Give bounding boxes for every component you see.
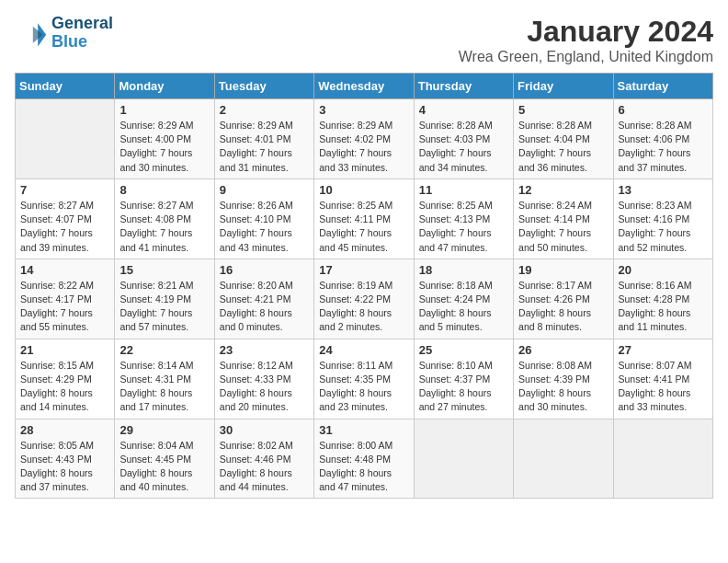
calendar-week-2: 7Sunrise: 8:27 AMSunset: 4:07 PMDaylight… xyxy=(16,178,713,259)
day-detail: Sunrise: 8:07 AMSunset: 4:41 PMDaylight:… xyxy=(619,359,708,415)
calendar-week-3: 14Sunrise: 8:22 AMSunset: 4:17 PMDayligh… xyxy=(16,259,713,339)
day-number: 14 xyxy=(20,263,109,277)
day-detail: Sunrise: 8:08 AMSunset: 4:39 PMDaylight:… xyxy=(518,359,608,415)
day-detail: Sunrise: 8:29 AMSunset: 4:00 PMDaylight:… xyxy=(119,119,209,175)
day-detail: Sunrise: 8:16 AMSunset: 4:28 PMDaylight:… xyxy=(619,279,708,335)
calendar-cell: 2Sunrise: 8:29 AMSunset: 4:01 PMDaylight… xyxy=(214,99,313,179)
calendar-cell: 15Sunrise: 8:21 AMSunset: 4:19 PMDayligh… xyxy=(115,259,214,339)
day-detail: Sunrise: 8:04 AMSunset: 4:45 PMDaylight:… xyxy=(119,439,209,495)
calendar-cell: 4Sunrise: 8:28 AMSunset: 4:03 PMDaylight… xyxy=(414,99,513,179)
day-detail: Sunrise: 8:28 AMSunset: 4:06 PMDaylight:… xyxy=(619,119,708,175)
logo-text: General Blue xyxy=(51,15,113,52)
day-number: 2 xyxy=(220,103,309,117)
day-number: 18 xyxy=(419,263,508,277)
calendar-cell: 14Sunrise: 8:22 AMSunset: 4:17 PMDayligh… xyxy=(16,259,115,339)
day-detail: Sunrise: 8:28 AMSunset: 4:04 PMDaylight:… xyxy=(518,119,608,175)
day-detail: Sunrise: 8:25 AMSunset: 4:13 PMDaylight:… xyxy=(419,199,508,255)
day-number: 29 xyxy=(119,423,209,437)
day-detail: Sunrise: 8:20 AMSunset: 4:21 PMDaylight:… xyxy=(220,279,309,335)
calendar-cell: 26Sunrise: 8:08 AMSunset: 4:39 PMDayligh… xyxy=(514,339,613,419)
day-number: 4 xyxy=(419,103,508,117)
day-number: 21 xyxy=(20,343,109,357)
weekday-tuesday: Tuesday xyxy=(214,74,313,99)
day-number: 28 xyxy=(20,423,109,437)
day-number: 26 xyxy=(518,343,608,357)
day-detail: Sunrise: 8:15 AMSunset: 4:29 PMDaylight:… xyxy=(20,359,109,415)
day-number: 5 xyxy=(518,103,608,117)
weekday-saturday: Saturday xyxy=(613,74,712,99)
day-detail: Sunrise: 8:22 AMSunset: 4:17 PMDaylight:… xyxy=(20,279,109,335)
calendar-cell: 28Sunrise: 8:05 AMSunset: 4:43 PMDayligh… xyxy=(16,419,115,499)
day-detail: Sunrise: 8:14 AMSunset: 4:31 PMDaylight:… xyxy=(119,359,209,415)
day-number: 16 xyxy=(220,263,309,277)
day-detail: Sunrise: 8:28 AMSunset: 4:03 PMDaylight:… xyxy=(419,119,508,175)
logo: General Blue xyxy=(15,15,113,52)
calendar-cell: 18Sunrise: 8:18 AMSunset: 4:24 PMDayligh… xyxy=(414,259,513,339)
day-detail: Sunrise: 8:24 AMSunset: 4:14 PMDaylight:… xyxy=(518,199,608,255)
calendar-week-5: 28Sunrise: 8:05 AMSunset: 4:43 PMDayligh… xyxy=(16,419,713,499)
calendar-cell: 10Sunrise: 8:25 AMSunset: 4:11 PMDayligh… xyxy=(314,178,414,259)
day-detail: Sunrise: 8:29 AMSunset: 4:01 PMDaylight:… xyxy=(220,119,309,175)
day-detail: Sunrise: 8:19 AMSunset: 4:22 PMDaylight:… xyxy=(319,279,408,335)
day-number: 1 xyxy=(119,103,209,117)
day-number: 3 xyxy=(319,103,408,117)
day-detail: Sunrise: 8:27 AMSunset: 4:08 PMDaylight:… xyxy=(119,199,209,255)
weekday-sunday: Sunday xyxy=(16,74,115,99)
calendar-week-1: 1Sunrise: 8:29 AMSunset: 4:00 PMDaylight… xyxy=(16,99,713,179)
calendar-cell: 24Sunrise: 8:11 AMSunset: 4:35 PMDayligh… xyxy=(314,339,414,419)
logo-icon xyxy=(15,17,48,50)
day-number: 13 xyxy=(619,183,708,197)
calendar-cell: 11Sunrise: 8:25 AMSunset: 4:13 PMDayligh… xyxy=(414,178,513,259)
day-number: 6 xyxy=(619,103,708,117)
day-number: 8 xyxy=(119,183,209,197)
calendar-cell: 6Sunrise: 8:28 AMSunset: 4:06 PMDaylight… xyxy=(613,99,712,179)
calendar-cell: 23Sunrise: 8:12 AMSunset: 4:33 PMDayligh… xyxy=(214,339,313,419)
day-number: 25 xyxy=(419,343,508,357)
title-block: January 2024 Wrea Green, England, United… xyxy=(459,15,713,65)
calendar-table: SundayMondayTuesdayWednesdayThursdayFrid… xyxy=(15,73,713,499)
weekday-friday: Friday xyxy=(514,74,613,99)
calendar-cell: 3Sunrise: 8:29 AMSunset: 4:02 PMDaylight… xyxy=(314,99,414,179)
calendar-cell: 25Sunrise: 8:10 AMSunset: 4:37 PMDayligh… xyxy=(414,339,513,419)
day-detail: Sunrise: 8:29 AMSunset: 4:02 PMDaylight:… xyxy=(319,119,408,175)
calendar-cell: 13Sunrise: 8:23 AMSunset: 4:16 PMDayligh… xyxy=(613,178,712,259)
calendar-cell: 29Sunrise: 8:04 AMSunset: 4:45 PMDayligh… xyxy=(115,419,214,499)
day-detail: Sunrise: 8:26 AMSunset: 4:10 PMDaylight:… xyxy=(220,199,309,255)
day-detail: Sunrise: 8:02 AMSunset: 4:46 PMDaylight:… xyxy=(220,439,309,495)
weekday-header-row: SundayMondayTuesdayWednesdayThursdayFrid… xyxy=(16,74,713,99)
calendar-cell xyxy=(514,419,613,499)
day-number: 10 xyxy=(319,183,408,197)
day-detail: Sunrise: 8:12 AMSunset: 4:33 PMDaylight:… xyxy=(220,359,309,415)
calendar-cell: 31Sunrise: 8:00 AMSunset: 4:48 PMDayligh… xyxy=(314,419,414,499)
day-number: 9 xyxy=(220,183,309,197)
calendar-cell: 21Sunrise: 8:15 AMSunset: 4:29 PMDayligh… xyxy=(16,339,115,419)
day-detail: Sunrise: 8:21 AMSunset: 4:19 PMDaylight:… xyxy=(119,279,209,335)
calendar-cell: 22Sunrise: 8:14 AMSunset: 4:31 PMDayligh… xyxy=(115,339,214,419)
day-detail: Sunrise: 8:10 AMSunset: 4:37 PMDaylight:… xyxy=(419,359,508,415)
day-number: 11 xyxy=(419,183,508,197)
calendar-week-4: 21Sunrise: 8:15 AMSunset: 4:29 PMDayligh… xyxy=(16,339,713,419)
day-number: 31 xyxy=(319,423,408,437)
day-number: 7 xyxy=(20,183,109,197)
weekday-thursday: Thursday xyxy=(414,74,513,99)
calendar-cell: 30Sunrise: 8:02 AMSunset: 4:46 PMDayligh… xyxy=(214,419,313,499)
day-detail: Sunrise: 8:25 AMSunset: 4:11 PMDaylight:… xyxy=(319,199,408,255)
day-number: 22 xyxy=(119,343,209,357)
day-detail: Sunrise: 8:23 AMSunset: 4:16 PMDaylight:… xyxy=(619,199,708,255)
calendar-cell xyxy=(414,419,513,499)
location-subtitle: Wrea Green, England, United Kingdom xyxy=(459,49,713,65)
month-title: January 2024 xyxy=(459,15,713,49)
day-detail: Sunrise: 8:00 AMSunset: 4:48 PMDaylight:… xyxy=(319,439,408,495)
day-number: 23 xyxy=(220,343,309,357)
day-detail: Sunrise: 8:27 AMSunset: 4:07 PMDaylight:… xyxy=(20,199,109,255)
calendar-cell: 12Sunrise: 8:24 AMSunset: 4:14 PMDayligh… xyxy=(514,178,613,259)
calendar-cell xyxy=(613,419,712,499)
calendar-cell: 19Sunrise: 8:17 AMSunset: 4:26 PMDayligh… xyxy=(514,259,613,339)
day-detail: Sunrise: 8:05 AMSunset: 4:43 PMDaylight:… xyxy=(20,439,109,495)
day-number: 12 xyxy=(518,183,608,197)
calendar-cell: 16Sunrise: 8:20 AMSunset: 4:21 PMDayligh… xyxy=(214,259,313,339)
day-detail: Sunrise: 8:11 AMSunset: 4:35 PMDaylight:… xyxy=(319,359,408,415)
calendar-cell xyxy=(16,99,115,179)
day-number: 17 xyxy=(319,263,408,277)
calendar-cell: 20Sunrise: 8:16 AMSunset: 4:28 PMDayligh… xyxy=(613,259,712,339)
